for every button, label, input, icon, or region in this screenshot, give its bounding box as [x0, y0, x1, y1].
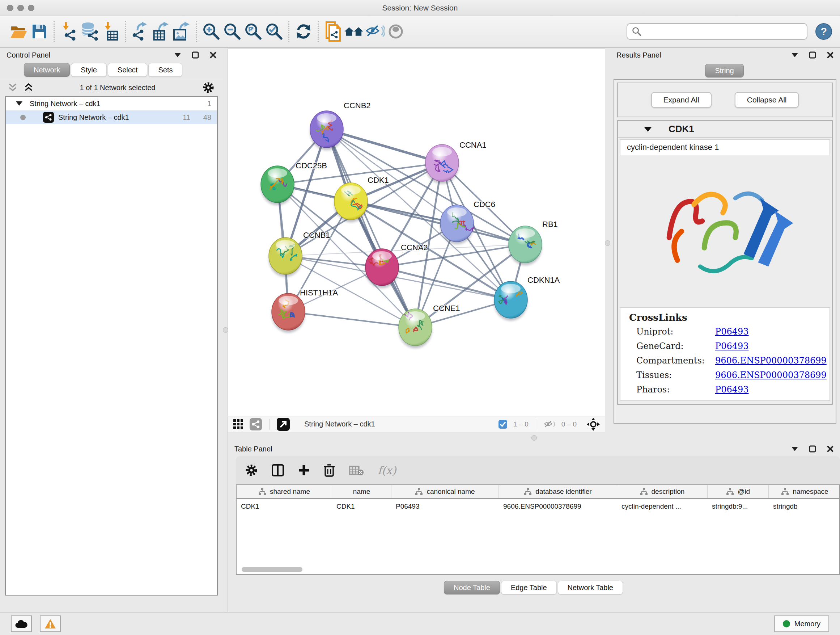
horizontal-scrollbar[interactable]: [242, 567, 302, 572]
network-node-cdkn1a[interactable]: CDKN1A: [494, 276, 560, 321]
export-image-button[interactable]: [172, 20, 193, 43]
help-label: ?: [821, 26, 827, 38]
collapse-triangle-icon[interactable]: [644, 127, 652, 132]
memory-button[interactable]: Memory: [774, 616, 829, 632]
vertical-splitter-left[interactable]: [223, 49, 228, 612]
panel-menu-icon[interactable]: [174, 53, 181, 57]
clone-network-button[interactable]: [322, 20, 343, 43]
table-cell[interactable]: P06493: [392, 502, 499, 510]
column-header-namespace[interactable]: namespace: [769, 485, 840, 498]
expand-all-chevron-icon[interactable]: [25, 83, 33, 92]
create-column-plus-icon[interactable]: [298, 464, 309, 476]
open-session-button[interactable]: [8, 20, 29, 43]
collection-row[interactable]: String Network – cdk1 1: [6, 97, 217, 111]
tab-network-table[interactable]: Network Table: [558, 581, 623, 594]
tab-sets[interactable]: Sets: [148, 63, 182, 77]
table-cell[interactable]: cyclin-dependent ...: [617, 502, 707, 510]
column-header-description[interactable]: description: [617, 485, 707, 498]
table-cell[interactable]: stringdb:9...: [707, 502, 769, 510]
network-edge[interactable]: [327, 129, 415, 327]
network-node-ccnb2[interactable]: CCNB2: [310, 101, 371, 150]
refresh-button[interactable]: [293, 20, 314, 43]
tab-node-table[interactable]: Node Table: [444, 581, 500, 594]
panel-menu-icon[interactable]: [791, 53, 798, 57]
import-network-from-file-button[interactable]: [58, 20, 79, 43]
network-node-cdc25b[interactable]: CDC25B: [261, 161, 327, 205]
network-canvas[interactable]: CCNB2CCNA1CDC25BCDK1CDC6RB1CCNB1CCNA2CDK…: [228, 49, 605, 416]
delete-column-trash-icon[interactable]: [324, 464, 335, 477]
zoom-selected-button[interactable]: [264, 20, 285, 43]
selected-checkbox[interactable]: [499, 420, 507, 429]
float-panel-icon[interactable]: [192, 51, 199, 59]
zoom-fit-button[interactable]: [243, 20, 264, 43]
zoom-out-button[interactable]: [222, 20, 243, 43]
export-table-button[interactable]: [150, 20, 172, 43]
float-panel-icon[interactable]: [809, 51, 816, 59]
tab-network[interactable]: Network: [24, 63, 70, 77]
network-node-rb1[interactable]: RB1: [508, 220, 558, 265]
tab-edge-table[interactable]: Edge Table: [501, 581, 557, 594]
network-edge[interactable]: [327, 129, 442, 163]
splitter-handle[interactable]: [605, 241, 610, 246]
column-type-icon: [524, 488, 532, 495]
network-share-icon[interactable]: [249, 418, 262, 431]
help-button[interactable]: ?: [815, 23, 832, 40]
float-panel-icon[interactable]: [809, 445, 816, 453]
gear-icon[interactable]: [202, 82, 214, 93]
search-input[interactable]: [642, 24, 802, 39]
crosslink-genecard-link[interactable]: P06493: [715, 341, 829, 351]
tab-string[interactable]: String: [705, 64, 744, 78]
birds-eye-view-icon[interactable]: [233, 419, 244, 430]
column-header-shared-name[interactable]: shared name: [237, 485, 332, 498]
tab-style[interactable]: Style: [71, 63, 106, 77]
show-all-button[interactable]: [385, 20, 406, 43]
table-row[interactable]: CDK1CDK1P064939606.ENSP00000378699cyclin…: [237, 499, 839, 514]
gene-section-header[interactable]: CDK1: [618, 121, 832, 138]
column-header-database-identifier[interactable]: database identifier: [499, 485, 617, 498]
splitter-handle[interactable]: [223, 327, 228, 333]
column-header-name[interactable]: name: [332, 485, 392, 498]
vertical-splitter-right[interactable]: [605, 49, 610, 432]
network-edge[interactable]: [351, 201, 525, 244]
column-header-canonical-name[interactable]: canonical name: [392, 485, 499, 498]
warnings-button[interactable]: [40, 616, 61, 632]
network-edge[interactable]: [288, 312, 415, 327]
save-session-button[interactable]: [29, 20, 50, 43]
crosslink-compartments-link[interactable]: 9606.ENSP00000378699: [715, 356, 829, 366]
network-node-ccne1[interactable]: CCNE1: [399, 304, 460, 348]
crosslink-pharos-link[interactable]: P06493: [715, 385, 829, 394]
close-panel-icon[interactable]: [827, 52, 834, 58]
collapse-all-chevron-icon[interactable]: [9, 83, 17, 92]
cloud-status-button[interactable]: [11, 616, 32, 632]
zoom-in-button[interactable]: [201, 20, 222, 43]
network-node-hist1h1a[interactable]: HIST1H1A: [272, 288, 338, 333]
export-network-button[interactable]: [129, 20, 150, 43]
import-network-from-database-button[interactable]: [79, 20, 100, 43]
table-cell[interactable]: stringdb: [769, 502, 840, 510]
crosslink-uniprot-link[interactable]: P06493: [715, 326, 829, 337]
close-panel-icon[interactable]: [210, 52, 216, 58]
panel-menu-icon[interactable]: [791, 447, 798, 451]
pan-crosshair-icon[interactable]: [587, 418, 600, 431]
expander-icon[interactable]: [16, 101, 22, 106]
first-neighbors-button[interactable]: [343, 20, 364, 43]
table-cell[interactable]: 9606.ENSP00000378699: [499, 502, 617, 510]
table-cell[interactable]: CDK1: [332, 502, 392, 510]
column-header--id[interactable]: @id: [707, 485, 769, 498]
expand-all-button[interactable]: Expand All: [651, 92, 712, 108]
horizontal-splitter[interactable]: [228, 433, 840, 442]
network-row[interactable]: String Network – cdk1 11 48: [6, 111, 217, 124]
collapse-all-button[interactable]: Collapse All: [735, 92, 799, 108]
splitter-handle[interactable]: [531, 435, 537, 440]
table-cell[interactable]: CDK1: [237, 502, 332, 510]
open-in-window-icon[interactable]: [277, 418, 290, 431]
table-settings-gear-icon[interactable]: [245, 464, 257, 477]
close-panel-icon[interactable]: [827, 446, 834, 452]
crosslink-tissues-link[interactable]: 9606.ENSP00000378699: [715, 370, 829, 380]
search-box[interactable]: [627, 23, 807, 40]
import-table-from-file-button[interactable]: [100, 20, 121, 43]
title-bar: Session: New Session: [0, 0, 840, 16]
hide-selected-button[interactable]: [364, 20, 385, 43]
show-columns-icon[interactable]: [271, 464, 284, 477]
tab-select[interactable]: Select: [108, 63, 148, 77]
